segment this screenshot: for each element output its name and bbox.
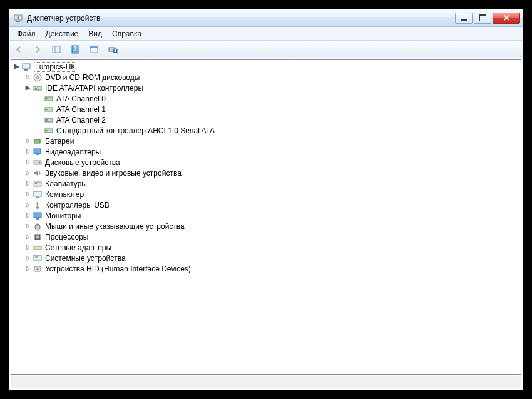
svg-rect-3 <box>53 46 60 53</box>
svg-rect-16 <box>34 86 41 90</box>
tree-item-dvd[interactable]: DVD и CD-ROM дисководы <box>24 72 519 83</box>
menu-help[interactable]: Справка <box>107 28 146 39</box>
sound-icon <box>33 168 43 178</box>
svg-rect-13 <box>24 69 28 71</box>
tree-label: ATA Channel 0 <box>56 94 106 103</box>
tree-item-computer[interactable]: Компьютер <box>24 189 519 200</box>
svg-rect-51 <box>35 256 38 258</box>
tree-label: IDE ATA/ATAPI контроллеры <box>45 84 143 93</box>
collapse-icon[interactable] <box>13 63 20 71</box>
tree-item-cpu[interactable]: Процессоры <box>24 231 519 242</box>
svg-rect-37 <box>36 197 39 198</box>
tree-item-sound[interactable]: Звуковые, видео и игровые устройства <box>24 168 519 178</box>
svg-rect-48 <box>34 246 41 250</box>
expand-icon[interactable] <box>24 201 31 209</box>
menu-view[interactable]: Вид <box>83 28 107 39</box>
tree-item-keyboard[interactable]: Клавиатуры <box>24 178 519 189</box>
scan-hardware-button[interactable] <box>106 43 120 56</box>
collapse-icon[interactable] <box>24 84 31 92</box>
device-manager-window: Диспетчер устройств ✕ Файл Действие Вид … <box>9 9 523 390</box>
tree-item-network[interactable]: Сетевые адаптеры <box>24 242 519 253</box>
svg-line-11 <box>116 52 118 53</box>
expand-icon[interactable] <box>24 74 31 81</box>
svg-rect-27 <box>40 141 41 142</box>
maximize-button[interactable] <box>474 13 491 24</box>
tree-item-display[interactable]: Видеоадаптеры <box>24 146 519 157</box>
tree-label: Дисковые устройства <box>45 158 120 167</box>
computer-device-icon <box>33 189 43 200</box>
tree-label: Мониторы <box>45 211 81 220</box>
svg-point-15 <box>37 76 39 78</box>
ata-channel-icon <box>44 115 54 125</box>
svg-rect-22 <box>45 118 53 122</box>
svg-point-31 <box>39 161 41 163</box>
titlebar[interactable]: Диспетчер устройств ✕ <box>9 9 523 27</box>
svg-rect-17 <box>35 88 37 89</box>
window-title: Диспетчер устройств <box>27 14 455 23</box>
disk-icon <box>33 158 43 168</box>
menu-action[interactable]: Действие <box>41 28 84 39</box>
forward-button[interactable] <box>31 43 44 56</box>
menubar: Файл Действие Вид Справка <box>9 27 523 41</box>
expand-icon[interactable] <box>24 223 31 230</box>
tree-item-mouse[interactable]: Мыши и иные указывающие устройства <box>24 221 519 231</box>
expand-icon[interactable] <box>24 159 31 166</box>
svg-rect-21 <box>46 109 48 110</box>
tree-item-usb[interactable]: Контроллеры USB <box>24 200 519 210</box>
svg-rect-49 <box>36 248 37 248</box>
expand-icon[interactable] <box>24 265 31 273</box>
svg-rect-33 <box>35 183 36 184</box>
display-adapter-icon <box>33 147 43 157</box>
tree-item-ata-channel-0[interactable]: ATA Channel 0 <box>35 93 519 104</box>
tree-item-system[interactable]: Системные устройства <box>24 253 519 263</box>
tree-panel[interactable]: Lumpics-ПК DVD и CD-ROM дисководы IDE AT… <box>11 59 521 375</box>
tree-item-ahci[interactable]: Стандартный контроллер AHCI 1.0 Serial A… <box>35 125 519 136</box>
expand-icon[interactable] <box>24 148 31 156</box>
minimize-button[interactable] <box>455 13 473 24</box>
computer-icon <box>21 62 31 72</box>
close-button[interactable]: ✕ <box>493 13 520 24</box>
expand-icon[interactable] <box>24 255 31 262</box>
network-icon <box>33 243 43 253</box>
tree-item-ata-channel-1[interactable]: ATA Channel 1 <box>35 104 519 114</box>
svg-rect-42 <box>34 213 41 218</box>
svg-rect-1 <box>16 21 20 22</box>
svg-rect-34 <box>36 183 37 184</box>
tree-label: Звуковые, видео и игровые устройства <box>45 169 182 178</box>
usb-icon <box>33 200 43 210</box>
svg-rect-18 <box>45 97 53 101</box>
svg-rect-12 <box>23 64 30 69</box>
tree-item-ide[interactable]: IDE ATA/ATAPI контроллеры <box>24 83 519 93</box>
tree-item-monitor[interactable]: Мониторы <box>24 210 519 221</box>
tree-item-ata-channel-2[interactable]: ATA Channel 2 <box>35 114 519 125</box>
keyboard-icon <box>33 179 43 189</box>
tree-label: Lumpics-ПК <box>34 62 76 72</box>
expand-icon[interactable] <box>24 138 31 145</box>
expand-icon[interactable] <box>24 180 31 188</box>
tree-item-disk[interactable]: Дисковые устройства <box>24 157 519 168</box>
tree-label: Видеоадаптеры <box>45 148 101 156</box>
ahci-controller-icon <box>44 126 54 136</box>
app-icon <box>13 13 23 23</box>
expand-icon[interactable] <box>24 244 31 251</box>
tree-item-batteries[interactable]: Батареи <box>24 136 519 146</box>
show-hide-console-tree-button[interactable] <box>49 43 63 56</box>
tree-label: DVD и CD-ROM дисководы <box>45 73 140 82</box>
help-button[interactable]: ? <box>68 43 82 56</box>
expand-icon[interactable] <box>24 212 31 220</box>
tree-root-computer[interactable]: Lumpics-ПК <box>13 61 519 72</box>
svg-rect-19 <box>46 98 48 99</box>
properties-button[interactable] <box>87 43 101 56</box>
expand-icon[interactable] <box>24 233 31 241</box>
expand-icon[interactable] <box>24 169 31 177</box>
back-button[interactable] <box>12 43 26 56</box>
tree-label: ATA Channel 1 <box>56 105 106 114</box>
svg-rect-36 <box>34 191 41 196</box>
tree-label: Контроллеры USB <box>45 201 110 210</box>
expand-icon[interactable] <box>24 191 31 198</box>
svg-rect-28 <box>34 149 41 154</box>
menu-file[interactable]: Файл <box>12 28 41 39</box>
tree-item-hid[interactable]: Устройства HID (Human Interface Devices) <box>24 263 519 274</box>
svg-point-2 <box>17 16 19 19</box>
battery-icon <box>33 136 43 146</box>
